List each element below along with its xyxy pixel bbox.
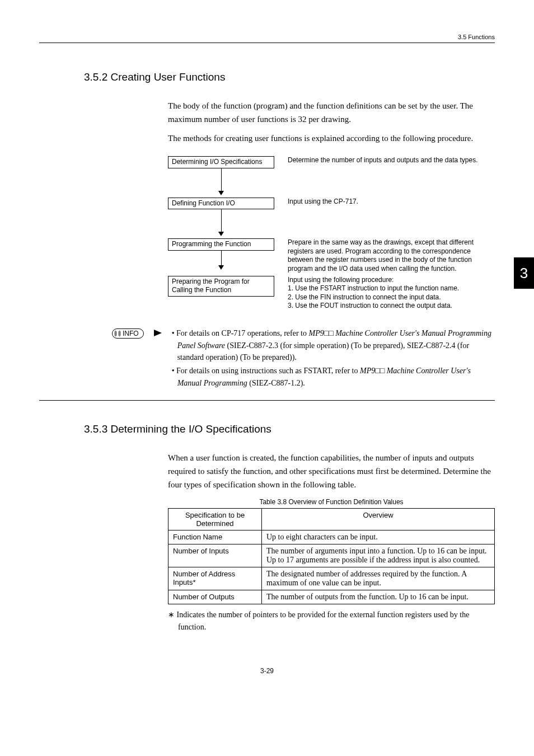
section-heading-352: 3.5.2 Creating User Functions (39, 71, 495, 83)
info-text: • For details on CP-717 operations, refe… (172, 327, 495, 390)
flow-description: Input using the CP-717. (288, 198, 495, 206)
flow-box: Defining Function I/O (168, 198, 274, 210)
spec-table: Specification to be Determined Overview … (168, 508, 495, 604)
chapter-tab: 3 (514, 257, 534, 289)
body-paragraph: When a user function is created, the fun… (168, 451, 495, 491)
flow-description: Determine the number of inputs and outpu… (288, 156, 495, 165)
info-icon (115, 331, 120, 336)
info-badge: INFO (112, 328, 144, 339)
table-cell-label: Number of Outputs (168, 590, 262, 604)
placeholder-squares: □□ (324, 329, 334, 337)
table-cell-label: Function Name (168, 530, 262, 544)
table-cell-label: Number of Inputs (168, 544, 262, 567)
info-item: • For details on CP-717 operations, refe… (172, 327, 495, 364)
table-row: Number of Inputs The number of arguments… (168, 544, 495, 567)
section-heading-353: 3.5.3 Determining the I/O Specifications (39, 423, 495, 435)
table-caption: Table 3.8 Overview of Function Definitio… (168, 498, 495, 506)
text-run: • For details on CP-717 operations, refe… (172, 329, 309, 337)
body-paragraph: The methods for creating user functions … (168, 132, 495, 145)
text-run: The number of arguments input into a fun… (266, 547, 487, 555)
flow-box: Determining I/O Specifications (168, 156, 274, 168)
running-header: 3.5 Functions (39, 34, 495, 43)
table-cell: The number of arguments input into a fun… (262, 544, 495, 567)
info-callout: INFO • For details on CP-717 operations,… (39, 327, 495, 401)
text-run-italic: MP9 (360, 367, 375, 375)
table-cell: Up to eight characters can be input. (262, 530, 495, 544)
table-header-row: Specification to be Determined Overview (168, 509, 495, 530)
text-run: Up to 17 arguments are possible if the a… (266, 556, 480, 564)
info-badge-label: INFO (123, 330, 139, 337)
table-cell: The number of outputs from the function.… (262, 590, 495, 604)
flow-step: Programming the Function Prepare in the … (168, 238, 495, 273)
pointer-icon (154, 330, 162, 336)
page-number: 3-29 (39, 667, 495, 675)
flow-box: Preparing the Program for Calling the Fu… (168, 276, 274, 297)
placeholder-squares: □□ (375, 367, 385, 375)
flow-step: Determining I/O Specifications Determine… (168, 156, 495, 195)
flow-description: Input using the following procedure: 1. … (288, 276, 495, 311)
flow-description: Prepare in the same way as the drawings,… (288, 238, 495, 273)
flow-step: Defining Function I/O Input using the CP… (168, 198, 495, 237)
table-row: Number of Address Inputs* The designated… (168, 567, 495, 590)
table-cell-label: Number of Address Inputs* (168, 567, 262, 590)
table-row: Function Name Up to eight characters can… (168, 530, 495, 544)
flow-description-line: 1. Use the FSTART instruction to input t… (288, 284, 459, 292)
flow-description-line: Input using the following procedure: (288, 276, 394, 284)
text-run: (SIEZ-C887-1.2). (247, 379, 305, 387)
flow-step: Preparing the Program for Calling the Fu… (168, 276, 495, 311)
flow-arrow-icon (218, 251, 224, 270)
flow-description-line: 2. Use the FIN instruction to connect th… (288, 293, 441, 301)
table-header-cell: Specification to be Determined (168, 509, 262, 530)
flow-box: Programming the Function (168, 238, 274, 251)
info-item: • For details on using instructions such… (172, 365, 495, 389)
flowchart: Determining I/O Specifications Determine… (168, 156, 495, 311)
body-paragraph: The body of the function (program) and t… (168, 99, 495, 126)
flow-description-line: 3. Use the FOUT instruction to connect t… (288, 302, 452, 309)
flow-arrow-icon (218, 209, 224, 236)
text-run: • For details on using instructions such… (172, 367, 360, 375)
table-footnote: ∗ Indicates the number of pointers to be… (168, 609, 495, 633)
text-run-italic: MP9 (308, 329, 324, 337)
table-header-cell: Overview (262, 509, 495, 530)
table-row: Number of Outputs The number of outputs … (168, 590, 495, 604)
flow-arrow-icon (218, 168, 224, 195)
table-cell: The designated number of addresses requi… (262, 567, 495, 590)
